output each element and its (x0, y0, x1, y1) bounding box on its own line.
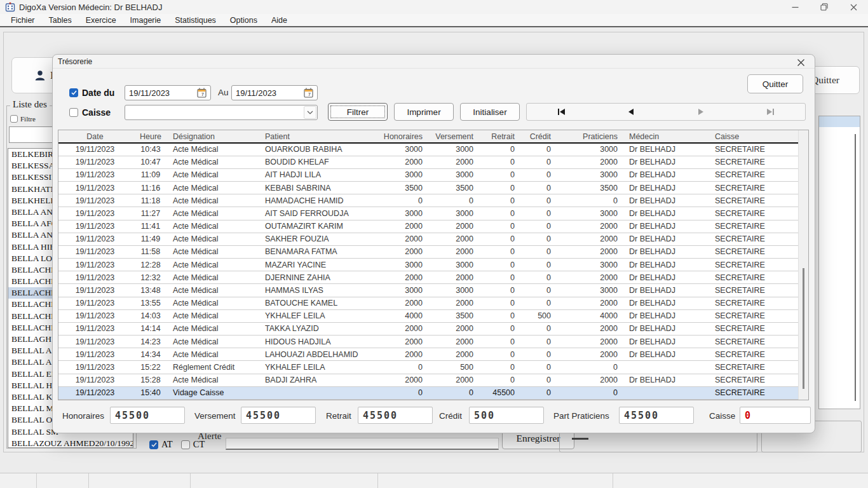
nav-last-button[interactable] (736, 104, 806, 120)
table-row[interactable]: 19/11/202315:40Vidage Caisse004550000SEC… (58, 386, 798, 399)
ct-checkbox[interactable] (181, 440, 190, 449)
table-cell: 0 (522, 361, 559, 374)
nav-prev-button[interactable] (597, 104, 667, 120)
date-from-input[interactable]: 19/11/2023 7 (125, 85, 211, 100)
column-header-versement[interactable]: Versement (430, 130, 481, 143)
table-cell: 2000 (430, 336, 481, 348)
column-header-date[interactable]: Date (58, 130, 132, 143)
patient-list-title: Liste des (10, 99, 50, 110)
table-row[interactable]: 19/11/202314:14Acte MédicalTAKKA LYAZID2… (58, 322, 798, 335)
dialog-quitter-button[interactable]: Quitter (747, 74, 803, 93)
table-row[interactable]: 19/11/202313:48Acte MédicalHAMMAS ILYAS3… (58, 284, 798, 297)
filtrer-button[interactable]: Filtrer (328, 103, 388, 121)
table-cell: 0 (481, 182, 522, 194)
column-header-crédit[interactable]: Crédit (522, 130, 559, 143)
chevron-down-icon[interactable] (304, 106, 316, 119)
table-cell: 0 (522, 386, 559, 399)
table-row[interactable]: 19/11/202311:41Acte MédicalOUTAMAZIRT KA… (58, 220, 798, 233)
menu-item-fichier[interactable]: Fichier (4, 14, 42, 27)
table-cell: 0 (481, 143, 522, 156)
table-cell: Dr BELHADJ (625, 233, 711, 245)
patient-name: BELLAL HA (11, 380, 58, 391)
restore-button[interactable] (810, 0, 839, 14)
table-row[interactable]: 19/11/202314:03Acte MédicalYKHALEF LEILA… (58, 309, 798, 322)
alerte-input[interactable] (226, 438, 499, 450)
close-icon (797, 58, 805, 67)
column-header-praticiens[interactable]: Praticiens (559, 130, 625, 143)
filtre-checkbox[interactable] (10, 115, 18, 123)
table-row[interactable]: 19/11/202311:18Acte MédicalHAMADACHE HAM… (58, 194, 798, 207)
table-cell: 2000 (430, 271, 481, 284)
close-window-button[interactable] (839, 0, 868, 14)
table-row[interactable]: 19/11/202314:34Acte MédicalLAHOUAZI ABDE… (58, 348, 798, 361)
table-row[interactable]: 19/11/202312:32Acte MédicalDJERNINE ZAHI… (58, 271, 798, 284)
table-cell: 0 (522, 182, 559, 194)
total-value-crédit: 500 (469, 407, 544, 424)
column-header-caisse[interactable]: Caisse (711, 130, 798, 143)
column-header-retrait[interactable]: Retrait (481, 130, 522, 143)
table-cell: 0 (430, 386, 481, 399)
table-row[interactable]: 19/11/202311:16Acte MédicalKEBABI SABRIN… (58, 182, 798, 194)
dialog-title-bar: Trésorerie (53, 55, 815, 69)
table-row[interactable]: 19/11/202310:47Acte MédicalBOUDID KHELAF… (58, 156, 798, 168)
table-cell: Dr BELHADJ (625, 245, 711, 258)
dialog-close-button[interactable] (796, 57, 806, 67)
menu-item-exercice[interactable]: Exercice (79, 14, 123, 27)
column-header-désignation[interactable]: Désignation (170, 130, 262, 143)
table-row[interactable]: 19/11/202315:28Acte MédicalBADJI ZAHRA20… (58, 374, 798, 386)
column-header-patient[interactable]: Patient (262, 130, 373, 143)
at-checkbox[interactable] (149, 440, 158, 449)
menu-item-options[interactable]: Options (223, 14, 264, 27)
menu-item-statistiques[interactable]: Statistiques (168, 14, 223, 27)
table-cell: 3000 (430, 207, 481, 220)
table-row[interactable]: 19/11/202311:58Acte MédicalBENAMARA FATM… (58, 245, 798, 258)
table-cell: Acte Médical (170, 271, 262, 284)
table-cell: SECRETAIRE (711, 259, 798, 271)
table-row[interactable]: 19/11/202315:22Réglement CréditYKHALEF L… (58, 361, 798, 374)
column-header-heure[interactable]: Heure (132, 130, 170, 143)
table-cell: 15:22 (132, 361, 170, 374)
nav-first-button[interactable] (527, 104, 597, 120)
table-cell: Acte Médical (170, 284, 262, 297)
table-cell: 0 (481, 245, 522, 258)
caisse-select[interactable] (125, 105, 318, 120)
table-cell: 13:55 (132, 297, 170, 309)
table-row[interactable]: 19/11/202311:27Acte MédicalAIT SAID FERR… (58, 207, 798, 220)
total-label-crédit: Crédit (439, 408, 462, 424)
table-cell: 3000 (373, 259, 430, 271)
right-panel-scrollbar[interactable] (855, 134, 856, 401)
date-to-input[interactable]: 19/11/2023 7 (231, 85, 318, 100)
nav-next-button[interactable] (666, 104, 736, 120)
calendar-icon[interactable]: 7 (197, 88, 207, 98)
table-cell: Dr BELHADJ (625, 156, 711, 168)
table-cell: Dr BELHADJ (625, 194, 711, 207)
table-cell: 19/11/2023 (58, 284, 132, 297)
initialiser-button[interactable]: Initialiser (460, 103, 520, 121)
caisse-checkbox[interactable] (69, 108, 78, 117)
status-cell (613, 473, 868, 488)
scrollbar-thumb[interactable] (803, 268, 804, 389)
menu-item-tables[interactable]: Tables (42, 14, 79, 27)
minimize-button[interactable] (780, 0, 810, 14)
table-scrollbar[interactable] (798, 130, 808, 400)
table-row[interactable]: 19/11/202312:28Acte MédicalMAZARI YACINE… (58, 259, 798, 271)
imprimer-button[interactable]: Imprimer (394, 103, 454, 121)
column-header-médecin[interactable]: Médecin (625, 130, 711, 143)
column-header-honoraires[interactable]: Honoraires (373, 130, 430, 143)
date-du-checkbox[interactable] (69, 88, 78, 97)
table-row[interactable]: 19/11/202311:09Acte MédicalAIT HADJI LIL… (58, 168, 798, 181)
table-cell: 3000 (559, 143, 625, 156)
table-row[interactable]: 19/11/202314:23Acte MédicalHIDOUS HADJIL… (58, 336, 798, 348)
menu-item-aide[interactable]: Aide (264, 14, 294, 27)
table-row[interactable]: 19/11/202311:49Acte MédicalSAKHER FOUZIA… (58, 233, 798, 245)
patient-list-item[interactable]: BELLAZOUZ AHMED20/10/1992 (8, 438, 133, 448)
patient-name: BELLAL AI (11, 356, 55, 368)
table-row[interactable]: 19/11/202310:43Acte MédicalOUARKOUB RABI… (58, 143, 798, 156)
table-cell: 0 (481, 168, 522, 181)
menu-item-imagerie[interactable]: Imagerie (123, 14, 168, 27)
table-row[interactable]: 19/11/202313:55Acte MédicalBATOUCHE KAME… (58, 297, 798, 309)
patient-name: BELLACHE (11, 276, 57, 287)
calendar-icon[interactable]: 7 (304, 88, 313, 98)
table-cell: 0 (522, 322, 559, 335)
table-cell: 0 (522, 259, 559, 271)
